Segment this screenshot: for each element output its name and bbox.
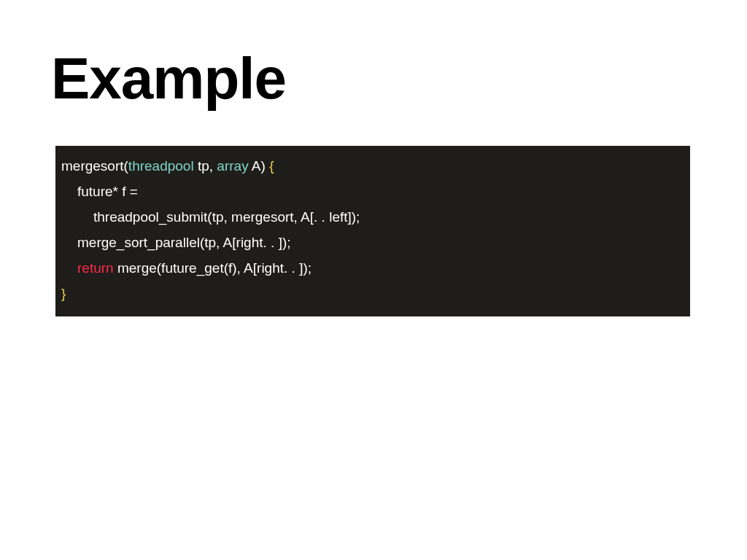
slide: Example mergesort(threadpool tp, array A… [0,0,747,560]
code-line-2: future* f = [61,179,684,204]
code-text: mergesort( [61,158,128,174]
code-text: A) [249,158,270,174]
keyword-type: array [217,158,248,174]
code-line-6: } [61,281,684,306]
keyword-type: threadpool [128,158,194,174]
brace-open: { [269,158,274,174]
code-text: threadpool_submit(tp, mergesort, A[. . l… [93,209,360,225]
code-line-3: threadpool_submit(tp, mergesort, A[. . l… [61,204,684,230]
slide-title: Example [51,45,286,112]
code-text: tp, [194,158,217,174]
code-block: mergesort(threadpool tp, array A) { futu… [55,146,690,316]
brace-close: } [61,286,66,301]
code-text: merge_sort_parallel(tp, A[right. . ]); [77,235,291,250]
code-line-5: return merge(future_get(f), A[right. . ]… [61,255,684,281]
code-text: merge(future_get(f), A[right. . ]); [114,260,311,276]
keyword-return: return [77,260,114,276]
code-line-1: mergesort(threadpool tp, array A) { [61,153,684,179]
code-text: future* f = [77,184,138,199]
code-line-4: merge_sort_parallel(tp, A[right. . ]); [61,230,684,255]
